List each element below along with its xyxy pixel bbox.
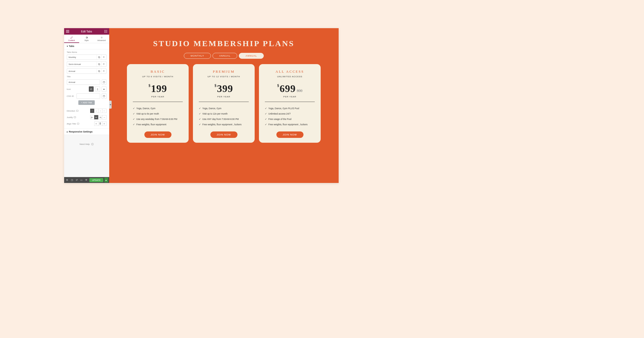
- divider: [265, 102, 315, 102]
- update-button[interactable]: UPDATE: [89, 178, 103, 182]
- tab-item[interactable]: Semi-Annual✕: [67, 61, 107, 67]
- features-list: ✓Yoga, Dance, Gym✓Visit up to 6x per mot…: [132, 106, 184, 127]
- pricing-tab[interactable]: ANNUAL: [213, 53, 237, 59]
- direction-row-reverse-button[interactable]: ↓: [94, 109, 98, 113]
- currency: $: [149, 84, 151, 88]
- icon-upload-button[interactable]: [95, 86, 100, 92]
- icon-none-button[interactable]: [89, 86, 94, 92]
- cssid-input[interactable]: [76, 93, 100, 99]
- feature-item: ✓Free weights, floor equipment , lockers: [265, 122, 315, 127]
- cssid-dynamic-button[interactable]: [102, 93, 107, 99]
- svg-rect-13: [98, 63, 100, 65]
- section-responsive-header[interactable]: ▸ Responsive Settings: [64, 128, 109, 135]
- join-button[interactable]: JOIN NOW: [210, 131, 237, 138]
- card-subtitle: UNLIMITED ACCESS: [264, 75, 316, 78]
- title-dynamic-button[interactable]: [102, 79, 107, 85]
- tab-advanced-label: Advanced: [97, 39, 106, 41]
- page-title: STUDIO MEMBERSHIP PLANS: [117, 39, 331, 48]
- close-icon[interactable]: ✕: [101, 62, 106, 67]
- justify-center-button[interactable]: ⇔: [94, 115, 98, 119]
- tab-content[interactable]: Content: [64, 35, 79, 43]
- duplicate-icon[interactable]: [97, 55, 101, 60]
- join-button[interactable]: JOIN NOW: [144, 131, 171, 138]
- cssid-label: CSS ID: [67, 95, 75, 97]
- close-icon[interactable]: ✕: [101, 69, 106, 74]
- gear-icon: [100, 36, 103, 39]
- tab-item[interactable]: Monthly✕: [67, 54, 107, 60]
- duplicate-icon[interactable]: [97, 62, 101, 67]
- justify-end-button[interactable]: ⇥|: [98, 115, 103, 119]
- currency: $: [277, 84, 279, 88]
- feature-item: ✓Free weights, floor equipment , lockers: [199, 122, 249, 127]
- history-icon[interactable]: ↺: [75, 178, 79, 182]
- tab-style-label: Style: [85, 39, 89, 41]
- price-period: PER YEAR: [264, 95, 316, 98]
- feature-item: ✓Visit up to 6x per moth: [133, 111, 183, 116]
- svg-rect-16: [99, 71, 100, 72]
- feature-item: ✓Yoga, Dance, Gym: [199, 106, 249, 111]
- tab-style[interactable]: Style: [79, 35, 94, 43]
- check-icon: ✓: [265, 123, 267, 126]
- svg-point-19: [103, 95, 105, 96]
- duplicate-icon[interactable]: [97, 69, 101, 74]
- tab-item-name: Annual: [67, 70, 97, 72]
- check-icon: ✓: [133, 112, 135, 115]
- align-center-button[interactable]: ≣: [98, 122, 103, 126]
- pricing-tab[interactable]: MONTHLY: [184, 53, 211, 59]
- widgets-icon[interactable]: [104, 30, 108, 33]
- justify-label: Justify: [67, 116, 76, 119]
- card-subtitle: UP TO 12 VISITS / MONTH: [198, 75, 250, 78]
- add-tab-button[interactable]: + ADD TAB: [78, 100, 94, 105]
- align-left-button[interactable]: ≡: [94, 122, 98, 126]
- responsive-icon[interactable]: [77, 123, 79, 124]
- svg-rect-4: [105, 31, 106, 32]
- update-options-button[interactable]: ▴: [104, 178, 108, 182]
- justify-stretch-button[interactable]: ↔: [102, 115, 107, 119]
- direction-column-button[interactable]: →: [98, 109, 103, 113]
- join-button[interactable]: JOIN NOW: [276, 131, 303, 138]
- title-label: Title: [67, 75, 75, 78]
- section-responsive-title: Responsive Settings: [69, 130, 93, 133]
- price-amount: 199: [151, 83, 167, 94]
- svg-rect-11: [98, 56, 100, 58]
- responsive-icon[interactable]: [74, 116, 76, 118]
- close-icon[interactable]: ✕: [101, 55, 106, 60]
- panel-tabs: Content Style Advanced: [64, 35, 109, 43]
- caret-down-icon: ▾: [67, 45, 68, 47]
- database-icon: [103, 81, 105, 83]
- svg-rect-2: [107, 30, 107, 31]
- divider: [199, 102, 249, 102]
- responsive-mode-icon[interactable]: ▭: [79, 178, 84, 182]
- justify-start-button[interactable]: |⇤: [90, 115, 94, 119]
- pricing-cards: BASICUP TO 6 VISITS / MONTH$199PER YEAR✓…: [117, 64, 331, 143]
- pricing-tabs: MONTHLYANNUALANNUAL: [117, 53, 331, 59]
- menu-icon[interactable]: [66, 30, 69, 33]
- preview-icon[interactable]: 👁: [84, 178, 88, 182]
- direction-row-button[interactable]: ↑: [90, 109, 94, 113]
- price-strike: 800: [297, 89, 302, 93]
- direction-column-reverse-button[interactable]: ←: [102, 109, 107, 113]
- card-subtitle: UP TO 6 VISITS / MONTH: [132, 75, 184, 78]
- icon-library-button[interactable]: ●: [102, 86, 107, 92]
- tab-item[interactable]: Annual✕: [67, 68, 107, 74]
- card-name: ALL ACCESS: [264, 69, 316, 74]
- navigator-icon[interactable]: ◳: [70, 178, 74, 182]
- collapse-sidebar-handle[interactable]: ◀: [109, 101, 112, 109]
- section-tabs-header[interactable]: ▾ Tabs: [64, 43, 109, 49]
- price-period: PER YEAR: [198, 95, 250, 98]
- title-input[interactable]: Annual: [67, 79, 100, 85]
- svg-rect-1: [105, 30, 106, 31]
- price: $199: [132, 83, 184, 94]
- caret-right-icon: ▸: [67, 131, 68, 133]
- feature-item: ✓Yoga, Dance, Gym PLUS Pool: [265, 106, 315, 111]
- tabs-items-label: Tabs Items: [67, 51, 107, 53]
- need-help[interactable]: Need Help ?: [64, 135, 109, 177]
- check-icon: ✓: [133, 107, 135, 110]
- features-list: ✓Yoga, Dance, Gym✓Visit up to 12x per mo…: [198, 106, 250, 127]
- feature-item: ✓Free weights, floor equipment: [133, 122, 183, 127]
- settings-icon[interactable]: ⚙: [65, 178, 69, 182]
- pricing-tab[interactable]: ANNUAL: [239, 53, 264, 59]
- tab-advanced[interactable]: Advanced: [94, 35, 109, 43]
- align-right-button[interactable]: ≡: [102, 122, 107, 126]
- responsive-icon[interactable]: [76, 110, 78, 112]
